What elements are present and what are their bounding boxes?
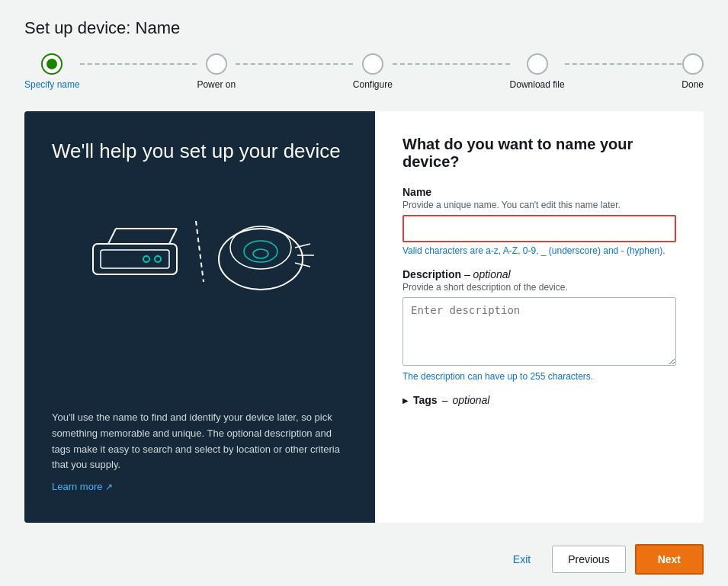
step-connector-4	[565, 63, 682, 65]
learn-more-link[interactable]: Learn more ↗	[52, 479, 113, 495]
svg-point-10	[244, 241, 277, 262]
previous-button[interactable]: Previous	[552, 546, 625, 573]
step-connector-3	[393, 63, 510, 65]
left-panel: We'll help you set up your device	[24, 111, 375, 523]
step-circle-download-file	[527, 53, 548, 75]
svg-rect-1	[101, 250, 169, 268]
step-label-specify-name: Specify name	[24, 79, 80, 90]
step-label-done: Done	[681, 79, 704, 90]
step-circle-configure	[362, 53, 383, 75]
description-label: Description – optional	[402, 268, 676, 280]
step-configure: Configure	[353, 53, 393, 90]
next-button[interactable]: Next	[635, 544, 704, 575]
main-content: We'll help you set up your device	[24, 111, 704, 523]
step-specify-name: Specify name	[24, 53, 80, 90]
description-hint: Provide a short description of the devic…	[402, 282, 676, 293]
step-connector-1	[80, 63, 197, 65]
right-panel: What do you want to name your device? Na…	[375, 111, 704, 523]
name-valid-chars: Valid characters are a-z, A-Z, 0-9, _ (u…	[402, 245, 676, 256]
step-done: Done	[681, 53, 704, 90]
name-hint: Provide a unique name. You can't edit th…	[402, 200, 676, 210]
right-panel-heading: What do you want to name your device?	[402, 136, 676, 171]
page-title: Set up device: Name	[24, 18, 704, 38]
step-label-download-file: Download file	[510, 79, 565, 90]
description-field: Description – optional Provide a short d…	[402, 268, 676, 382]
left-panel-heading: We'll help you set up your device	[52, 139, 348, 165]
svg-point-11	[253, 249, 268, 258]
name-field: Name Provide a unique name. You can't ed…	[402, 186, 676, 256]
left-panel-description: You'll use the name to find and identify…	[52, 410, 348, 473]
exit-button[interactable]: Exit	[501, 547, 543, 572]
svg-line-7	[196, 221, 204, 282]
step-power-on: Power on	[197, 53, 236, 90]
learn-more-label: Learn more	[52, 479, 102, 495]
tags-expand-icon: ▶	[402, 396, 409, 405]
svg-line-5	[169, 229, 177, 244]
step-circle-power-on	[206, 53, 227, 75]
step-label-configure: Configure	[353, 79, 393, 90]
description-char-limit: The description can have up to 255 chara…	[402, 371, 676, 382]
step-circle-done	[682, 53, 704, 75]
tags-label: Tags	[413, 394, 438, 406]
tags-header[interactable]: ▶ Tags – optional	[402, 394, 676, 406]
name-input[interactable]	[402, 215, 676, 242]
step-label-power-on: Power on	[197, 79, 236, 90]
tags-section: ▶ Tags – optional	[402, 394, 676, 406]
svg-point-2	[155, 256, 161, 262]
svg-point-3	[143, 256, 149, 262]
svg-line-4	[108, 229, 116, 244]
external-link-icon: ↗	[105, 480, 113, 495]
step-download-file: Download file	[510, 53, 565, 90]
progress-bar: Specify name Power on Configure Download…	[24, 53, 704, 90]
device-illustration	[52, 183, 348, 305]
svg-rect-0	[93, 244, 177, 274]
tags-optional-label: optional	[452, 394, 489, 406]
description-textarea[interactable]	[402, 297, 676, 366]
step-circle-specify-name	[41, 53, 63, 75]
svg-point-8	[219, 229, 303, 290]
footer: Exit Previous Next	[24, 544, 704, 575]
step-connector-2	[236, 63, 353, 65]
name-label: Name	[402, 186, 676, 198]
